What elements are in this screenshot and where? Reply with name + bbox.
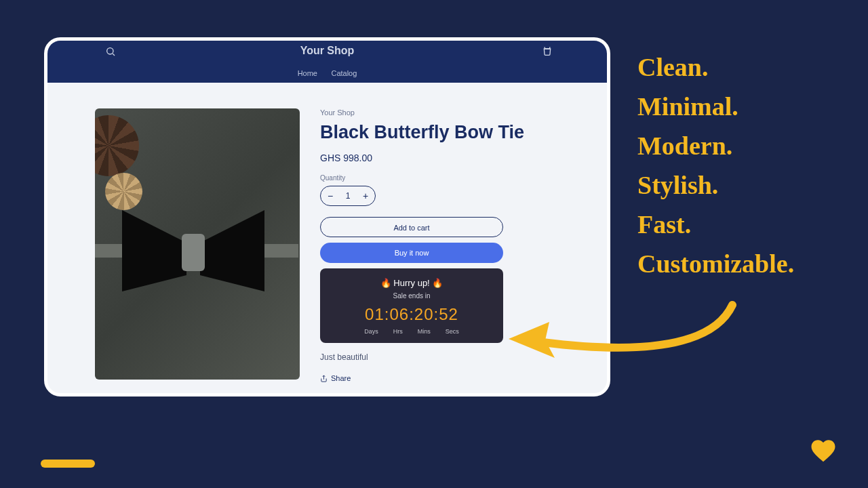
feature-item: Fast. <box>637 205 794 244</box>
svg-line-1 <box>113 54 115 56</box>
share-label: Share <box>331 374 351 382</box>
share-button[interactable]: Share <box>320 374 559 382</box>
countdown-mins: 20 <box>414 305 434 323</box>
shop-body: Your Shop Black Butterfly Bow Tie GHS 99… <box>47 83 607 382</box>
quantity-stepper: − 1 + <box>320 186 376 206</box>
countdown-secs: 52 <box>439 305 458 323</box>
feature-item: Stylish. <box>637 165 794 205</box>
nav-home[interactable]: Home <box>298 69 317 77</box>
decoration-ball <box>95 115 139 176</box>
shop-nav: Home Catalog <box>47 66 607 79</box>
label-days: Days <box>364 328 378 335</box>
bowtie-graphic <box>122 210 271 291</box>
countdown-subtext: Sale ends in <box>331 292 492 300</box>
decoration-ball <box>105 173 142 210</box>
share-icon <box>320 375 328 382</box>
buy-now-button[interactable]: Buy it now <box>320 243 503 263</box>
shop-screenshot-panel: Your Shop Home Catalog Your Shop Black B… <box>44 37 610 396</box>
product-image[interactable] <box>95 108 300 380</box>
accent-bar <box>41 460 95 468</box>
shop-header: Your Shop Home Catalog <box>47 41 607 83</box>
label-hrs: Hrs <box>393 328 403 335</box>
countdown-labels: Days Hrs Mins Secs <box>331 328 492 335</box>
countdown-headline: 🔥 Hurry up! 🔥 <box>331 278 492 288</box>
product-description: Just beautiful <box>320 352 559 362</box>
svg-point-0 <box>107 48 113 54</box>
heart-icon <box>809 436 837 468</box>
countdown-widget: 🔥 Hurry up! 🔥 Sale ends in 01:06:20:52 D… <box>320 268 503 343</box>
label-secs: Secs <box>446 328 459 335</box>
product-title: Black Butterfly Bow Tie <box>320 122 559 143</box>
quantity-value: 1 <box>340 191 356 201</box>
label-mins: Mins <box>418 328 431 335</box>
quantity-label: Quantity <box>320 174 559 182</box>
product-info: Your Shop Black Butterfly Bow Tie GHS 99… <box>320 108 559 382</box>
quantity-increase-button[interactable]: + <box>356 190 375 201</box>
feature-item: Clean. <box>637 47 794 87</box>
cart-icon[interactable] <box>542 46 553 60</box>
add-to-cart-button[interactable]: Add to cart <box>320 217 503 237</box>
search-icon[interactable] <box>105 46 116 60</box>
product-price: GHS 998.00 <box>320 152 559 163</box>
shop-title[interactable]: Your Shop <box>47 41 607 57</box>
feature-list: Clean. Minimal. Modern. Stylish. Fast. C… <box>637 47 794 283</box>
feature-item: Customizable. <box>637 244 794 283</box>
feature-item: Minimal. <box>637 87 794 126</box>
countdown-days: 01 <box>365 305 384 323</box>
nav-catalog[interactable]: Catalog <box>331 69 357 77</box>
countdown-timer: 01:06:20:52 <box>331 305 492 324</box>
countdown-hrs: 06 <box>389 305 409 323</box>
vendor-name: Your Shop <box>320 108 559 117</box>
quantity-decrease-button[interactable]: − <box>321 190 340 201</box>
feature-item: Modern. <box>637 126 794 165</box>
